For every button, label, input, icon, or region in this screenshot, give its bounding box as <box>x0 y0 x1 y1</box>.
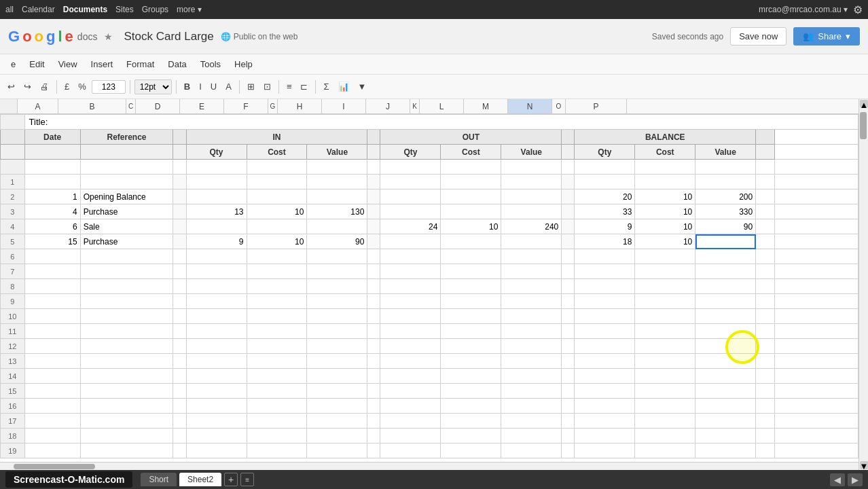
nav-more[interactable]: more ▾ <box>177 5 202 14</box>
reference-cell-4[interactable]: Sale <box>80 219 173 234</box>
date-cell-4[interactable]: 6 <box>24 219 80 234</box>
scroll-up-arrow[interactable]: ▲ <box>860 100 868 108</box>
in-qty-cell-5[interactable]: 9 <box>186 234 247 249</box>
in-value-cell-2[interactable] <box>307 189 367 204</box>
in-cost-cell-2[interactable] <box>247 189 307 204</box>
out-value-cell-5[interactable] <box>501 234 562 249</box>
out-qty-cell-2[interactable] <box>380 189 441 204</box>
sheet-tab-short[interactable]: Short <box>141 473 177 486</box>
align-button[interactable]: ≡ <box>283 79 295 94</box>
bal-value-cell-3[interactable]: 330 <box>695 204 756 219</box>
filter-button[interactable]: ▼ <box>355 79 370 94</box>
col-header-o[interactable]: O <box>552 99 566 113</box>
in-value-cell-4[interactable] <box>307 219 367 234</box>
underline-button[interactable]: U <box>207 79 220 94</box>
vertical-scrollbar[interactable]: ▲ ▼ <box>858 99 868 470</box>
col-header-l[interactable]: L <box>420 99 464 113</box>
font-size-select[interactable]: 12pt 10pt 14pt <box>134 79 172 94</box>
in-cost-cell-5[interactable]: 10 <box>247 234 307 249</box>
date-cell-5[interactable]: 15 <box>24 234 80 249</box>
bal-qty-cell-3[interactable]: 33 <box>575 204 635 219</box>
bal-cost-cell-2[interactable]: 10 <box>635 189 695 204</box>
out-qty-cell-1[interactable] <box>380 175 441 189</box>
nav-all[interactable]: all <box>5 5 14 14</box>
bal-cost-cell-3[interactable]: 10 <box>635 204 695 219</box>
col-header-e[interactable]: E <box>180 99 224 113</box>
nav-groups[interactable]: Groups <box>142 5 168 14</box>
star-icon[interactable]: ★ <box>104 31 113 42</box>
col-header-j[interactable]: J <box>366 99 410 113</box>
share-button[interactable]: 👥 Share ▾ <box>793 27 860 46</box>
out-qty-cell-5[interactable] <box>380 234 441 249</box>
reference-cell-3[interactable]: Purchase <box>80 204 173 219</box>
scroll-down-arrow[interactable]: ▼ <box>860 461 868 469</box>
scroll-track[interactable] <box>859 109 868 460</box>
in-qty-cell-3[interactable]: 13 <box>186 204 247 219</box>
menu-insert[interactable]: Insert <box>86 56 119 72</box>
nav-calendar[interactable]: Calendar <box>22 5 55 14</box>
out-value-cell-1[interactable] <box>501 175 562 189</box>
menu-format[interactable]: Format <box>121 56 160 72</box>
in-value-cell-1[interactable] <box>307 175 367 189</box>
bal-value-cell-2[interactable]: 200 <box>695 189 756 204</box>
col-header-a[interactable]: A <box>18 99 58 113</box>
date-cell-3[interactable]: 4 <box>24 204 80 219</box>
bal-value-cell-1[interactable] <box>695 175 756 189</box>
col-header-i[interactable]: I <box>322 99 366 113</box>
out-cost-cell-4[interactable]: 10 <box>441 219 501 234</box>
col-header-n[interactable]: N <box>508 99 552 113</box>
col-header-f[interactable]: F <box>224 99 268 113</box>
title-cell[interactable]: Title: <box>24 115 858 130</box>
italic-button[interactable]: I <box>196 79 205 94</box>
in-cost-cell-1[interactable] <box>247 175 307 189</box>
print-button[interactable]: 🖨 <box>37 79 52 94</box>
wrap-button[interactable]: ⊏ <box>297 79 311 94</box>
h-scroll-thumb[interactable] <box>14 464 95 469</box>
chart-button[interactable]: 📊 <box>335 79 352 94</box>
menu-edit[interactable]: Edit <box>24 56 50 72</box>
redo-button[interactable]: ↪ <box>20 79 35 94</box>
col-header-g[interactable]: G <box>268 99 278 113</box>
bal-cost-cell-5[interactable]: 10 <box>635 234 695 249</box>
col-header-c[interactable]: C <box>126 99 136 113</box>
bal-qty-cell-2[interactable]: 20 <box>575 189 635 204</box>
reference-cell-1[interactable] <box>80 175 173 189</box>
out-value-cell-4[interactable]: 240 <box>501 219 562 234</box>
out-value-cell-2[interactable] <box>501 189 562 204</box>
bold-button[interactable]: B <box>181 79 194 94</box>
out-qty-cell-3[interactable] <box>380 204 441 219</box>
menu-file[interactable]: e <box>5 56 21 72</box>
reference-cell-2[interactable]: Opening Balance <box>80 189 173 204</box>
sheet-scroll-right[interactable]: ▶ <box>848 473 863 486</box>
add-sheet-button[interactable]: + <box>224 473 238 486</box>
menu-tools[interactable]: Tools <box>195 56 226 72</box>
bal-qty-cell-4[interactable]: 9 <box>575 219 635 234</box>
col-header-h[interactable]: H <box>278 99 322 113</box>
bal-qty-cell-5[interactable]: 18 <box>575 234 635 249</box>
formula-button[interactable]: Σ <box>320 79 332 94</box>
out-qty-cell-4[interactable]: 24 <box>380 219 441 234</box>
bal-value-cell-5[interactable] <box>695 234 756 249</box>
undo-button[interactable]: ↩ <box>4 79 18 94</box>
in-cost-cell-3[interactable]: 10 <box>247 204 307 219</box>
horizontal-scrollbar[interactable] <box>0 462 858 470</box>
nav-sites[interactable]: Sites <box>115 5 134 14</box>
sheet-tab-sheet2[interactable]: Sheet2 <box>179 473 221 486</box>
bal-value-cell-4[interactable]: 90 <box>695 219 756 234</box>
date-cell-2[interactable]: 1 <box>24 189 80 204</box>
date-cell-1[interactable] <box>24 175 80 189</box>
bal-cost-cell-1[interactable] <box>635 175 695 189</box>
menu-view[interactable]: View <box>53 56 83 72</box>
in-cost-cell-4[interactable] <box>247 219 307 234</box>
in-value-cell-5[interactable]: 90 <box>307 234 367 249</box>
currency-button[interactable]: £ <box>61 79 73 94</box>
in-qty-cell-4[interactable] <box>186 219 247 234</box>
percent-button[interactable]: % <box>75 79 90 94</box>
out-cost-cell-1[interactable] <box>441 175 501 189</box>
menu-help[interactable]: Help <box>229 56 258 72</box>
col-header-b[interactable]: B <box>58 99 126 113</box>
bal-cost-cell-4[interactable]: 10 <box>635 219 695 234</box>
out-cost-cell-3[interactable] <box>441 204 501 219</box>
user-account[interactable]: mrcao@mrcao.com.au ▾ <box>759 5 848 14</box>
sheet-scroll-left[interactable]: ◀ <box>830 473 845 486</box>
